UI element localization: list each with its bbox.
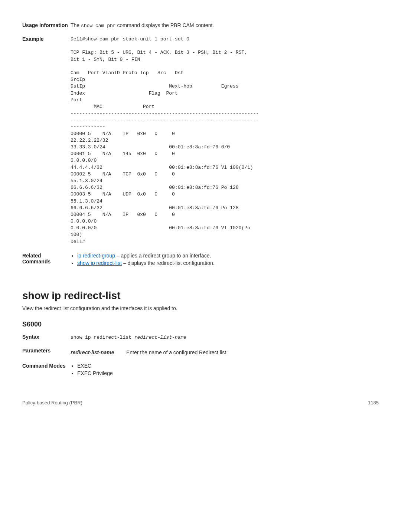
modes-list: EXEC EXEC Privilege <box>71 363 379 376</box>
example-label: Example <box>22 36 71 245</box>
link-show-ip-redirect-list[interactable]: show ip redirect-list <box>77 260 122 266</box>
related-label: Related Commands <box>22 253 71 267</box>
related-section: Related Commands ip redirect-group – app… <box>22 253 379 267</box>
parameters-label: Parameters <box>22 348 71 355</box>
related-item-text: – applies a redirect group to an interfa… <box>115 253 211 259</box>
example-section: Example Dell#show cam pbr stack-unit 1 p… <box>22 36 379 245</box>
modes-label: Command Modes <box>22 363 71 378</box>
parameters-content: redirect-list-name Enter the name of a c… <box>71 348 379 355</box>
mode-item: EXEC <box>77 363 379 369</box>
example-block: Dell#show cam pbr stack-unit 1 port-set … <box>71 36 379 245</box>
param-name: redirect-list-name <box>71 349 126 355</box>
modes-section: Command Modes EXEC EXEC Privilege <box>22 363 379 378</box>
related-item: ip redirect-group – applies a redirect g… <box>77 253 379 259</box>
syntax-arg: redirect-list-name <box>134 335 186 340</box>
usage-text-post: command displays the PBR CAM content. <box>116 22 214 28</box>
modes-content: EXEC EXEC Privilege <box>71 363 379 378</box>
usage-text-pre: The <box>71 22 81 28</box>
related-item-text: – displays the redirect-list configurati… <box>122 260 215 266</box>
related-content: ip redirect-group – applies a redirect g… <box>71 253 379 267</box>
usage-section: Usage Information The show cam pbr comma… <box>22 22 379 29</box>
usage-cmd: show cam pbr <box>81 23 116 29</box>
usage-content: The show cam pbr command displays the PB… <box>71 22 379 29</box>
footer-page-number: 1185 <box>368 400 379 405</box>
syntax-content: show ip redirect-list redirect-list-name <box>71 334 379 340</box>
link-ip-redirect-group[interactable]: ip redirect-group <box>77 253 115 259</box>
param-desc: Enter the name of a configured Redirect … <box>126 349 379 355</box>
command-description: View the redirect list configuration and… <box>22 305 379 311</box>
related-list: ip redirect-group – applies a redirect g… <box>71 253 379 266</box>
page-footer: Policy-based Routing (PBR) 1185 <box>22 400 379 405</box>
mode-item: EXEC Privilege <box>77 370 379 376</box>
syntax-label: Syntax <box>22 334 71 340</box>
model-heading: S6000 <box>22 321 379 328</box>
usage-label: Usage Information <box>22 22 71 29</box>
example-content: Dell#show cam pbr stack-unit 1 port-set … <box>71 36 379 245</box>
syntax-section: Syntax show ip redirect-list redirect-li… <box>22 334 379 340</box>
param-row: redirect-list-name Enter the name of a c… <box>71 349 379 355</box>
parameters-section: Parameters redirect-list-name Enter the … <box>22 348 379 355</box>
related-item: show ip redirect-list – displays the red… <box>77 260 379 266</box>
footer-left: Policy-based Routing (PBR) <box>22 400 82 405</box>
command-title: show ip redirect-list <box>22 290 379 302</box>
syntax-cmd: show ip redirect-list <box>71 335 134 340</box>
